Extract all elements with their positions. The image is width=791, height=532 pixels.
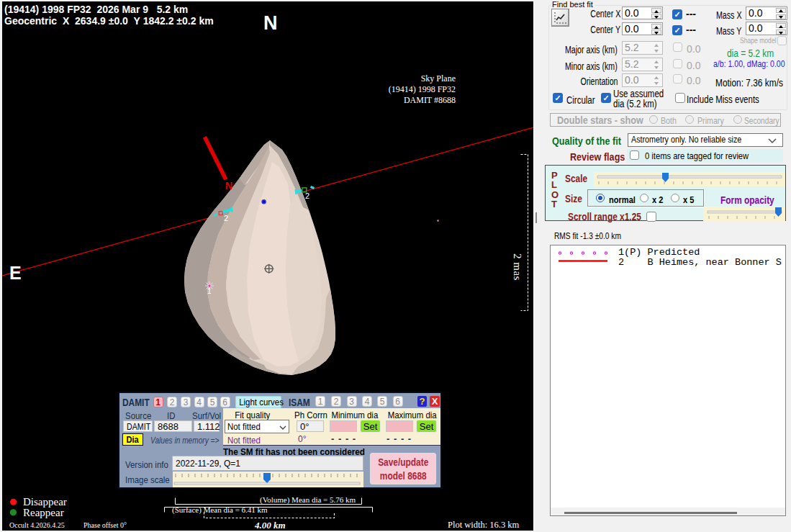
svg-text:N: N	[225, 180, 232, 191]
